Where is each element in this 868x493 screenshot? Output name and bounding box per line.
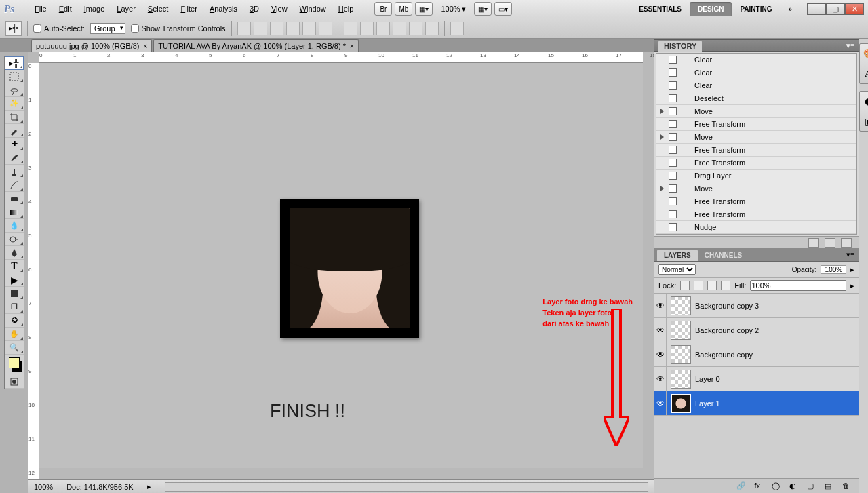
ruler-horizontal[interactable]: 0123456789101112131415161718	[39, 52, 643, 63]
gradient-tool-icon[interactable]	[5, 205, 24, 219]
layers-tab[interactable]: LAYERS	[657, 250, 698, 261]
menu-3d[interactable]: 3D	[243, 0, 265, 18]
history-item[interactable]: Clear	[656, 66, 856, 79]
move-tool-icon[interactable]: ▸╬	[5, 56, 24, 70]
layer-name[interactable]: Background copy 3	[695, 302, 759, 310]
status-doc-size[interactable]: Doc: 141.8K/956.5K	[66, 483, 133, 491]
layer-thumbnail[interactable]	[671, 296, 691, 315]
group-icon[interactable]: ▢	[807, 481, 818, 491]
ruler-vertical[interactable]: 0123456789101112	[28, 63, 39, 479]
layer-thumbnail[interactable]	[671, 321, 691, 340]
layer-row[interactable]: 👁Background copy	[654, 342, 859, 367]
menu-view[interactable]: View	[265, 0, 294, 18]
new-layer-icon[interactable]: ▤	[825, 481, 835, 491]
workspace-painting[interactable]: PAINTING	[732, 2, 780, 16]
zoom-value[interactable]: 100%	[441, 5, 460, 13]
window-restore-icon[interactable]: ▢	[826, 3, 845, 15]
shape-tool-icon[interactable]	[5, 287, 24, 300]
history-item[interactable]: Nudge	[656, 221, 856, 234]
status-zoom[interactable]: 100%	[34, 483, 53, 491]
hand-tool-icon[interactable]: ✋	[5, 328, 24, 341]
layer-thumbnail[interactable]	[671, 394, 691, 413]
menu-window[interactable]: Window	[294, 0, 332, 18]
color-icon[interactable]: 🎨	[862, 47, 868, 60]
panel-menu-icon[interactable]: ▾≡	[842, 248, 859, 261]
align-buttons[interactable]	[237, 22, 332, 35]
brush-tool-icon[interactable]	[5, 151, 24, 165]
layer-name[interactable]: Layer 0	[695, 375, 720, 383]
fill-input[interactable]	[750, 280, 846, 291]
auto-align-button[interactable]	[450, 22, 464, 35]
history-item[interactable]: Free Transform	[656, 208, 856, 221]
adjustment-icon[interactable]: ◐	[789, 481, 800, 491]
arrange-docs-icon[interactable]: ▦▾	[474, 2, 492, 16]
lock-all-icon[interactable]	[721, 281, 730, 290]
path-select-icon[interactable]: ▶	[5, 273, 24, 287]
window-minimize-icon[interactable]: ─	[807, 3, 826, 15]
workspace-essentials[interactable]: ESSENTIALS	[631, 2, 690, 16]
masks-icon[interactable]: ▣	[862, 115, 868, 127]
heal-tool-icon[interactable]: ✚	[5, 138, 24, 151]
history-item[interactable]: Clear	[656, 79, 856, 92]
layer-name[interactable]: Background copy	[695, 351, 753, 359]
lock-image-icon[interactable]	[694, 281, 703, 290]
panel-menu-icon[interactable]: ▾≡	[846, 41, 854, 50]
foreground-color[interactable]	[9, 357, 20, 368]
history-item[interactable]: Move	[656, 105, 856, 118]
blend-mode-select[interactable]: Normal	[658, 264, 696, 275]
dodge-tool-icon[interactable]	[5, 233, 24, 246]
close-icon[interactable]: ×	[350, 43, 354, 50]
type-tool-icon[interactable]: T	[5, 260, 24, 273]
history-item[interactable]: Move	[656, 131, 856, 144]
visibility-icon[interactable]: 👁	[654, 294, 667, 318]
menu-analysis[interactable]: Analysis	[203, 0, 243, 18]
menu-filter[interactable]: Filter	[174, 0, 203, 18]
history-item[interactable]: Free Transform	[656, 157, 856, 170]
zoom-dropdown-icon[interactable]: ▾	[462, 5, 466, 14]
minibridge-icon[interactable]: Mb	[395, 2, 412, 16]
history-item[interactable]: Free Transform	[656, 118, 856, 131]
history-item[interactable]: Drag Layer	[656, 170, 856, 182]
workspace-more-icon[interactable]: »	[780, 2, 800, 16]
auto-select-target[interactable]: Group	[90, 23, 125, 34]
layer-thumbnail[interactable]	[671, 370, 691, 389]
eraser-tool-icon[interactable]	[5, 192, 24, 205]
color-swatches[interactable]	[5, 355, 24, 375]
marquee-tool-icon[interactable]	[5, 70, 24, 83]
layer-row[interactable]: 👁Layer 0	[654, 367, 859, 391]
menu-edit[interactable]: Edit	[53, 0, 78, 18]
auto-select-checkbox[interactable]: Auto-Select:	[33, 24, 85, 33]
lasso-tool-icon[interactable]	[5, 83, 24, 97]
status-flyout-icon[interactable]: ▸	[147, 482, 151, 491]
bridge-icon[interactable]: Br	[374, 2, 392, 16]
new-state-icon[interactable]	[825, 238, 835, 248]
fill-flyout-icon[interactable]: ▸	[850, 281, 854, 290]
distribute-buttons[interactable]	[344, 22, 439, 35]
lock-position-icon[interactable]	[707, 281, 717, 290]
zoom-tool-icon[interactable]: 🔍	[5, 341, 24, 355]
opacity-flyout-icon[interactable]: ▸	[850, 265, 854, 274]
history-item[interactable]: Move	[656, 182, 856, 195]
document-canvas[interactable]: FINISH !! Layer foto drag ke bawahTeken …	[39, 63, 643, 468]
3d-tool-icon[interactable]: ❒	[5, 300, 24, 314]
visibility-icon[interactable]: 👁	[654, 391, 667, 416]
doc-tab-2[interactable]: TUTORIAL AVA By AryanAK @ 100% (Layer 1,…	[153, 39, 359, 52]
show-transform-checkbox[interactable]: Show Transform Controls	[131, 24, 226, 33]
menu-help[interactable]: Help	[332, 0, 360, 18]
visibility-icon[interactable]: 👁	[654, 318, 667, 342]
channels-tab[interactable]: CHANNELS	[698, 250, 749, 261]
visibility-icon[interactable]: 👁	[654, 342, 667, 367]
link-layers-icon[interactable]: 🔗	[736, 481, 747, 491]
trash-icon[interactable]	[841, 238, 852, 248]
pen-tool-icon[interactable]	[5, 246, 24, 260]
history-list[interactable]: ClearClearClearDeselectMoveFree Transfor…	[656, 53, 857, 235]
character-icon[interactable]: A|	[862, 68, 868, 80]
eyedropper-tool-icon[interactable]	[5, 124, 24, 138]
menu-select[interactable]: Select	[142, 0, 175, 18]
history-item[interactable]: Deselect	[656, 92, 856, 105]
mask-icon[interactable]: ◯	[772, 481, 783, 491]
layer-name[interactable]: Layer 1	[695, 399, 720, 408]
window-close-icon[interactable]: ✕	[845, 3, 864, 15]
opacity-input[interactable]	[821, 265, 846, 274]
history-item[interactable]: Free Transform	[656, 195, 856, 208]
